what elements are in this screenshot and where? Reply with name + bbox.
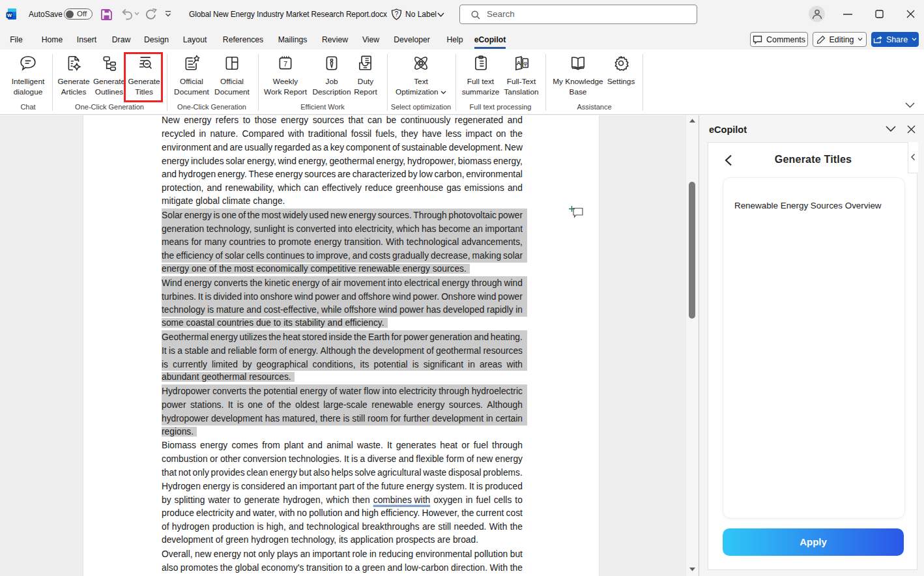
svg-text:?: ? bbox=[395, 10, 399, 18]
svg-text:A: A bbox=[516, 59, 521, 66]
svg-text:7: 7 bbox=[283, 60, 287, 68]
svg-text:W: W bbox=[7, 12, 12, 18]
svg-text:φ: φ bbox=[523, 60, 527, 66]
